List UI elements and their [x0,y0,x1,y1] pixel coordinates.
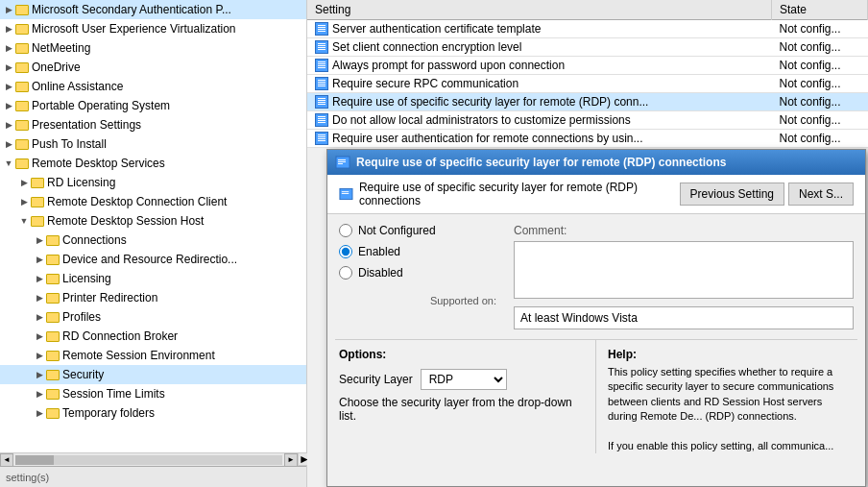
options-title: Options: [339,348,584,361]
expand-arrow-pushtoinstall[interactable]: ▶ [2,137,15,151]
dialog-title-icon [335,155,350,170]
comment-label: Comment: [514,224,854,237]
tree-item-connections[interactable]: ▶Connections [0,231,306,250]
tree-label-sessiontimelimits: Session Time Limits [62,387,165,401]
expand-arrow-presentationsettings[interactable]: ▶ [2,118,15,132]
tree-item-rds[interactable]: ▼Remote Desktop Services [0,154,306,173]
radio-not-configured[interactable]: Not Configured [339,224,502,237]
help-text: This policy setting specifies whether to… [608,365,854,451]
tree-item-remotesessionenv[interactable]: ▶Remote Session Environment [0,346,306,365]
tree-label-profiles: Profiles [62,310,101,324]
table-row[interactable]: Require user authentication for remote c… [307,130,868,148]
expand-arrow-connections[interactable]: ▶ [33,233,46,247]
statusbar-text: setting(s) [6,472,49,483]
tree-label-licensing: Licensing [62,272,111,285]
tree-label-printerredirection: Printer Redirection [62,291,157,304]
table-row[interactable]: Always prompt for password upon connecti… [307,57,868,75]
radio-disabled-input[interactable] [339,266,352,280]
expand-arrow-licensing[interactable]: ▶ [33,272,46,285]
expand-arrow-msuev[interactable]: ▶ [2,22,15,36]
scroll-right-btn[interactable]: ► [284,453,298,467]
tree-label-portableos: Portable Operating System [32,99,170,112]
supported-on-value: At least Windows Vista [514,306,854,329]
dialog-body-bottom: Options: Security Layer RDP Negotiate SS… [327,340,865,453]
tree-label-presentationsettings: Presentation Settings [32,118,141,132]
dialog-subtitle-row: Require use of specific security layer f… [327,175,865,214]
folder-icon-rdconnectionbroker [46,331,60,342]
tree-item-rdconnectionbroker[interactable]: ▶RD Connection Broker [0,327,306,346]
tree-item-rddcc[interactable]: ▶Remote Desktop Connection Client [0,192,306,211]
policy-doc-icon [315,113,328,127]
radio-enabled-label: Enabled [358,245,400,258]
expand-arrow-rdlicensing[interactable]: ▶ [17,176,31,189]
setting-cell: Server authentication certificate templa… [307,20,772,37]
tree-item-onlineassistance[interactable]: ▶Online Assistance [0,77,306,96]
table-row[interactable]: Require use of specific security layer f… [307,93,868,111]
tree-item-netmeeting[interactable]: ▶NetMeeting [0,38,306,58]
radio-disabled[interactable]: Disabled [339,266,502,280]
tree-item-pushtoinstall[interactable]: ▶Push To Install [0,134,306,154]
table-row[interactable]: Require secure RPC communicationNot conf… [307,75,868,93]
expand-arrow-portableos[interactable]: ▶ [2,99,15,112]
security-layer-label: Security Layer [339,373,413,386]
folder-icon-rddcc [31,197,44,207]
expand-arrow-printerredirection[interactable]: ▶ [33,291,46,304]
expand-arrow-profiles[interactable]: ▶ [33,310,46,324]
state-cell: Not config... [772,93,868,111]
folder-icon-msuev [15,24,29,35]
tree-item-sessiontimelimits[interactable]: ▶Session Time Limits [0,384,306,403]
expand-arrow-rdsessionhost[interactable]: ▼ [17,214,31,228]
tree-item-presentationsettings[interactable]: ▶Presentation Settings [0,115,306,134]
expand-arrow-rdconnectionbroker[interactable]: ▶ [33,329,46,343]
expand-arrow-deviceredirection[interactable]: ▶ [33,253,46,266]
comment-textarea[interactable] [514,241,854,299]
next-setting-button[interactable]: Next S... [788,183,854,206]
radio-enabled-input[interactable] [339,245,352,258]
policy-doc-icon [315,40,328,54]
expand-arrow-security[interactable]: ▶ [33,368,46,381]
tree-item-licensing[interactable]: ▶Licensing [0,269,306,288]
svg-rect-1 [338,159,346,160]
expand-arrow-msua[interactable]: ▶ [2,3,15,16]
state-cell: Not config... [772,57,868,75]
radio-enabled[interactable]: Enabled [339,245,502,258]
tree-item-rdsessionhost[interactable]: ▼Remote Desktop Session Host [0,211,306,231]
tree-item-rdlicensing[interactable]: ▶RD Licensing [0,173,306,192]
prev-setting-button[interactable]: Previous Setting [680,183,784,206]
tree-item-portableos[interactable]: ▶Portable Operating System [0,96,306,115]
folder-icon-onlineassistance [15,82,29,92]
expand-arrow-rddcc[interactable]: ▶ [17,195,31,208]
table-row[interactable]: Server authentication certificate templa… [307,20,868,38]
horizontal-scrollbar[interactable]: ◄ ► [0,452,298,466]
expand-arrow-tempfolders[interactable]: ▶ [33,406,46,420]
table-row[interactable]: Do not allow local administrators to cus… [307,111,868,130]
state-cell: Not config... [772,111,868,130]
folder-icon-deviceredirection [46,255,60,265]
tree-label-onedrive: OneDrive [32,61,81,74]
tree-item-tempfolders[interactable]: ▶Temporary folders [0,403,306,423]
expand-arrow-rds[interactable]: ▼ [2,157,15,170]
scroll-left-btn[interactable]: ◄ [0,453,13,467]
tree-item-msua[interactable]: ▶Microsoft Secondary Authentication P... [0,0,306,19]
tree-item-deviceredirection[interactable]: ▶Device and Resource Redirectio... [0,250,306,269]
col-setting: Setting [307,0,772,20]
options-section: Options: Security Layer RDP Negotiate SS… [327,340,596,453]
statusbar: setting(s) [0,466,307,487]
expand-arrow-remotesessionenv[interactable]: ▶ [33,349,46,362]
expand-arrow-netmeeting[interactable]: ▶ [2,41,15,55]
security-layer-dropdown[interactable]: RDP Negotiate SSL [421,369,507,390]
tree-item-profiles[interactable]: ▶Profiles [0,307,306,327]
radio-group: Not Configured Enabled Disabled [339,224,502,280]
tree-item-onedrive[interactable]: ▶OneDrive [0,58,306,77]
expand-arrow-sessiontimelimits[interactable]: ▶ [33,387,46,401]
tree-item-security[interactable]: ▶Security [0,365,306,384]
radio-disabled-label: Disabled [358,266,403,280]
expand-arrow-onedrive[interactable]: ▶ [2,61,15,74]
radio-not-configured-input[interactable] [339,224,352,237]
tree-item-msuev[interactable]: ▶Microsoft User Experience Virtualizatio… [0,19,306,38]
expand-arrow-onlineassistance[interactable]: ▶ [2,80,15,93]
tree-label-connections: Connections [62,233,127,247]
table-row[interactable]: Set client connection encryption levelNo… [307,38,868,57]
tree-item-printerredirection[interactable]: ▶Printer Redirection [0,288,306,307]
folder-icon-pushtoinstall [15,139,29,150]
